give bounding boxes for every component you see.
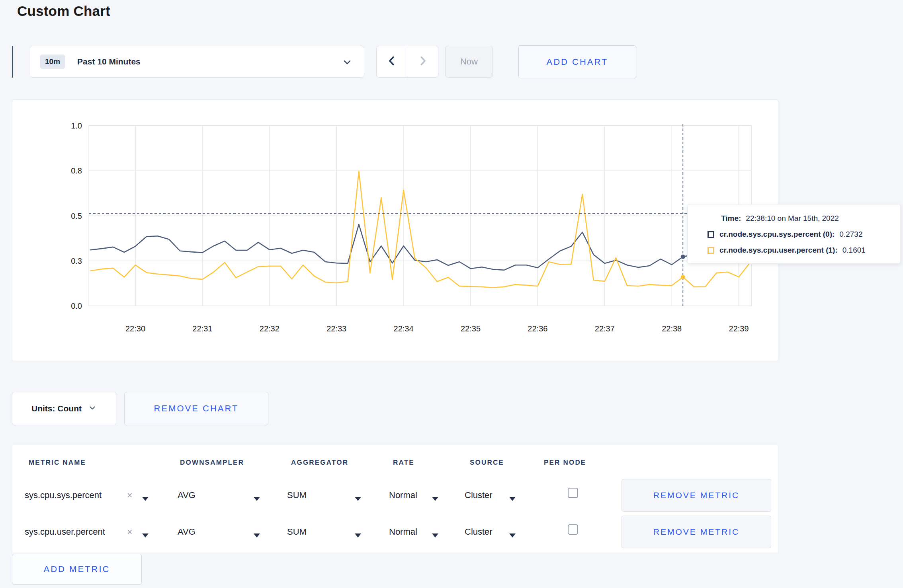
remove-metric-button[interactable]: REMOVE METRIC xyxy=(622,479,771,512)
aggregator-caret-icon[interactable] xyxy=(355,493,361,503)
hover-point-user xyxy=(681,275,685,279)
rate-caret-icon[interactable] xyxy=(432,530,438,540)
remove-metric-button[interactable]: REMOVE METRIC xyxy=(622,516,771,548)
tooltip-series-user-value: 0.1601 xyxy=(842,246,866,255)
col-header-aggregator: AGGREGATOR xyxy=(291,459,348,467)
aggregator-select[interactable]: SUM xyxy=(287,527,307,537)
tooltip-time-value: 22:38:10 on Mar 15th, 2022 xyxy=(746,214,838,223)
metric-dropdown-caret-icon[interactable] xyxy=(142,530,149,540)
svg-text:22:34: 22:34 xyxy=(394,324,414,333)
svg-text:22:39: 22:39 xyxy=(729,324,749,333)
page-title: Custom Chart xyxy=(17,3,110,19)
series-line-user xyxy=(91,171,750,288)
tooltip-time-label: Time: xyxy=(721,214,741,223)
chart-hover-tooltip: Time: 22:38:10 on Mar 15th, 2022 cr.node… xyxy=(687,204,901,264)
time-range-label: Past 10 Minutes xyxy=(77,57,141,66)
svg-text:22:38: 22:38 xyxy=(662,324,682,333)
svg-text:22:37: 22:37 xyxy=(595,324,615,333)
col-header-rate: RATE xyxy=(393,459,414,467)
add-chart-button[interactable]: ADD CHART xyxy=(518,45,636,78)
add-metric-button[interactable]: ADD METRIC xyxy=(12,554,142,585)
svg-text:0.3: 0.3 xyxy=(71,257,82,265)
rate-select[interactable]: Normal xyxy=(389,490,417,500)
svg-text:22:32: 22:32 xyxy=(260,324,280,333)
now-button[interactable]: Now xyxy=(445,46,493,78)
chart-card: 0.00.30.50.81.022:3022:3122:3222:3322:34… xyxy=(12,99,778,361)
metric-name-value[interactable]: sys.cpu.user.percent xyxy=(25,527,105,537)
time-range-select[interactable]: 10m Past 10 Minutes xyxy=(30,46,364,78)
time-pager xyxy=(376,46,438,78)
source-select[interactable]: Cluster xyxy=(465,490,493,500)
col-header-per-node: PER NODE xyxy=(544,459,586,467)
units-label: Units: Count xyxy=(31,404,82,413)
clear-metric-icon[interactable]: × xyxy=(127,490,132,501)
aggregator-caret-icon[interactable] xyxy=(355,530,361,540)
per-node-checkbox[interactable] xyxy=(568,524,578,535)
clear-metric-icon[interactable]: × xyxy=(127,527,132,537)
col-header-source: SOURCE xyxy=(470,459,504,467)
source-caret-icon[interactable] xyxy=(509,530,516,540)
svg-text:0.5: 0.5 xyxy=(71,212,82,220)
prev-time-button[interactable] xyxy=(377,46,407,77)
svg-text:0.8: 0.8 xyxy=(71,166,82,175)
svg-text:22:33: 22:33 xyxy=(326,324,346,333)
tooltip-series-user-label: cr.node.sys.cpu.user.percent (1): xyxy=(719,246,838,255)
metrics-table: METRIC NAME DOWNSAMPLER AGGREGATOR RATE … xyxy=(12,445,778,553)
downsampler-caret-icon[interactable] xyxy=(254,493,260,503)
downsampler-caret-icon[interactable] xyxy=(254,530,260,540)
hover-point-sys xyxy=(681,255,685,259)
next-time-button[interactable] xyxy=(407,46,438,77)
tooltip-series-sys-value: 0.2732 xyxy=(839,230,862,239)
series-user-swatch-icon xyxy=(708,247,714,254)
downsampler-select[interactable]: AVG xyxy=(178,490,195,500)
svg-text:1.0: 1.0 xyxy=(71,121,82,130)
downsampler-select[interactable]: AVG xyxy=(178,527,195,537)
toolbar-left-divider xyxy=(12,46,13,78)
col-header-downsampler: DOWNSAMPLER xyxy=(180,459,244,467)
svg-text:22:31: 22:31 xyxy=(192,324,212,333)
chart-canvas[interactable]: 0.00.30.50.81.022:3022:3122:3222:3322:34… xyxy=(12,100,779,362)
col-header-metric-name: METRIC NAME xyxy=(29,459,86,467)
per-node-checkbox[interactable] xyxy=(568,488,578,498)
metric-name-value[interactable]: sys.cpu.sys.percent xyxy=(25,490,102,500)
chevron-left-icon xyxy=(386,55,398,68)
units-select[interactable]: Units: Count xyxy=(12,392,116,425)
chevron-right-icon xyxy=(417,55,429,68)
svg-text:22:30: 22:30 xyxy=(125,324,145,333)
source-select[interactable]: Cluster xyxy=(465,527,493,537)
metric-dropdown-caret-icon[interactable] xyxy=(142,493,149,503)
chevron-down-icon xyxy=(88,403,97,414)
time-range-badge: 10m xyxy=(40,55,65,69)
svg-text:22:35: 22:35 xyxy=(461,324,481,333)
rate-caret-icon[interactable] xyxy=(432,493,438,503)
chevron-down-icon xyxy=(342,56,353,69)
aggregator-select[interactable]: SUM xyxy=(287,490,307,500)
svg-text:0.0: 0.0 xyxy=(71,302,82,310)
series-sys-swatch-icon xyxy=(708,231,714,238)
tooltip-series-sys-label: cr.node.sys.cpu.sys.percent (0): xyxy=(719,230,835,239)
source-caret-icon[interactable] xyxy=(509,493,516,503)
svg-text:22:36: 22:36 xyxy=(528,324,547,333)
remove-chart-button[interactable]: REMOVE CHART xyxy=(124,392,268,425)
rate-select[interactable]: Normal xyxy=(389,527,417,537)
chart-gridlines xyxy=(89,126,751,306)
